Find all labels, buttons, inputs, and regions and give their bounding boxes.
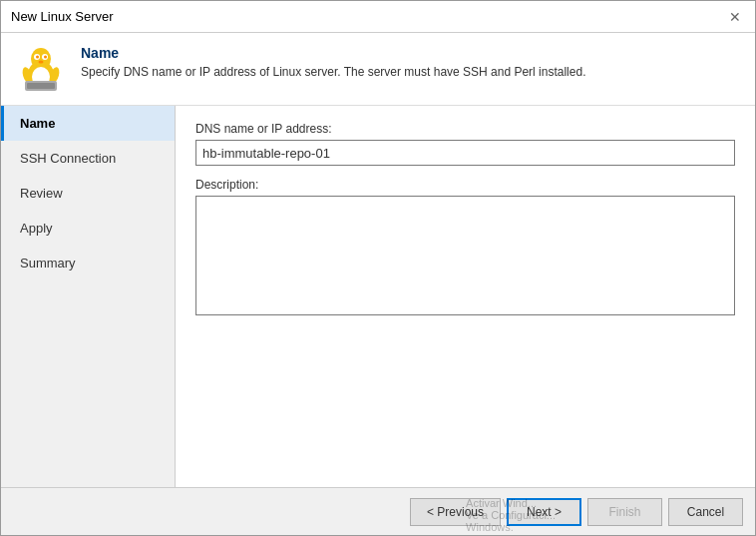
- svg-rect-13: [27, 83, 55, 89]
- title-bar: New Linux Server ✕: [1, 1, 755, 33]
- sidebar-item-name[interactable]: Name: [1, 106, 175, 141]
- sidebar-item-apply[interactable]: Apply: [1, 211, 175, 246]
- finish-button[interactable]: Finish: [587, 498, 662, 526]
- sidebar-item-review[interactable]: Review: [1, 176, 175, 211]
- content-area: Name SSH Connection Review Apply Summary…: [1, 106, 755, 487]
- main-form: DNS name or IP address: Description:: [176, 106, 755, 487]
- header-title: Name: [81, 45, 585, 61]
- previous-button[interactable]: < Previous: [410, 498, 501, 526]
- dns-label: DNS name or IP address:: [195, 122, 735, 136]
- description-textarea[interactable]: [195, 196, 735, 315]
- sidebar: Name SSH Connection Review Apply Summary: [1, 106, 176, 487]
- footer: Activar Wind...Ve a Configuraci...Window…: [1, 487, 755, 535]
- sidebar-item-summary[interactable]: Summary: [1, 246, 175, 280]
- svg-point-5: [36, 56, 39, 59]
- svg-point-7: [39, 61, 44, 64]
- header-description: Specify DNS name or IP address of Linux …: [81, 65, 585, 79]
- header-text: Name Specify DNS name or IP address of L…: [81, 45, 585, 79]
- sidebar-item-ssh-connection[interactable]: SSH Connection: [1, 141, 175, 176]
- next-button[interactable]: Next >: [507, 498, 581, 526]
- new-linux-server-dialog: New Linux Server ✕: [0, 0, 756, 536]
- cancel-button[interactable]: Cancel: [668, 498, 743, 526]
- svg-point-6: [44, 56, 47, 59]
- description-label: Description:: [195, 178, 735, 192]
- dns-input[interactable]: [195, 140, 735, 166]
- svg-point-1: [31, 48, 51, 70]
- title-bar-title: New Linux Server: [11, 9, 114, 24]
- close-button[interactable]: ✕: [725, 7, 745, 27]
- linux-icon: [17, 45, 65, 93]
- header-section: Name Specify DNS name or IP address of L…: [1, 33, 755, 106]
